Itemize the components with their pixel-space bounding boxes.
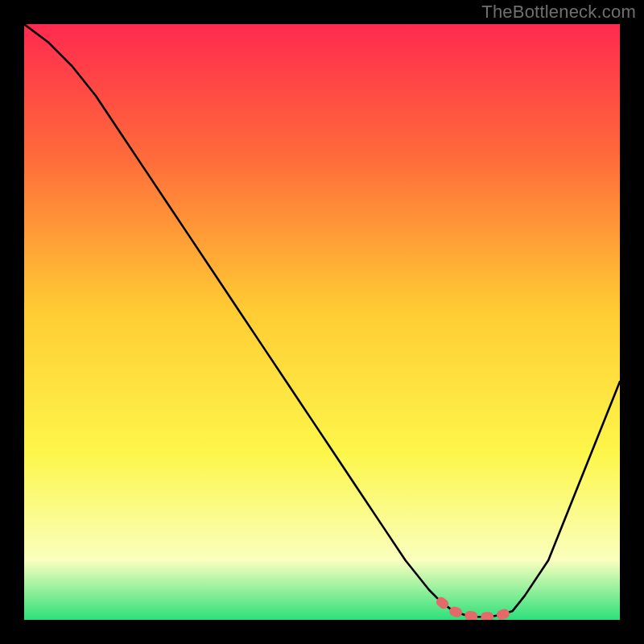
gradient-background bbox=[24, 24, 620, 620]
watermark-text: TheBottleneck.com bbox=[481, 2, 636, 23]
chart-container: TheBottleneck.com bbox=[0, 0, 644, 644]
chart-svg bbox=[24, 24, 620, 620]
plot-area bbox=[24, 24, 620, 620]
